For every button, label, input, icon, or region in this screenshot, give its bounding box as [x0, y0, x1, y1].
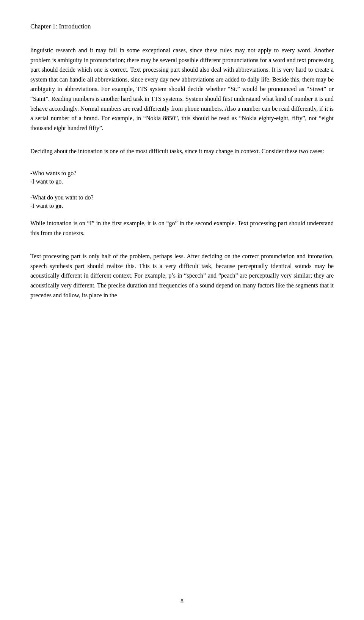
list-item-1a-text: -Who wants to go?	[30, 170, 76, 176]
paragraph-3: While intonation is on “I” in the first …	[30, 218, 334, 238]
list-item-1b: -I want to go.	[30, 178, 334, 185]
spacer-1	[30, 139, 334, 146]
list-item-2b-text: -I want to go.	[30, 202, 63, 209]
list-item-2a-text: -What do you want to do?	[30, 194, 94, 201]
paragraph-1-text: linguistic research and it may fail in s…	[30, 46, 334, 133]
spacer-5	[30, 244, 334, 251]
paragraph-4-text: Text processing part is only half of the…	[30, 251, 334, 300]
page: Chapter 1: Introduction linguistic resea…	[0, 0, 364, 620]
list-item-2b: -I want to go.	[30, 202, 334, 209]
chapter-title: Chapter 1: Introduction	[30, 23, 334, 30]
spacer-2	[30, 162, 334, 170]
paragraph-2: Deciding about the intonation is one of …	[30, 146, 334, 156]
list-item-1a: -Who wants to go?	[30, 170, 334, 177]
page-number: 8	[180, 598, 184, 605]
paragraph-1: linguistic research and it may fail in s…	[30, 46, 334, 133]
paragraph-3-text: While intonation is on “I” in the first …	[30, 218, 334, 238]
spacer-3	[30, 187, 334, 194]
paragraph-4: Text processing part is only half of the…	[30, 251, 334, 300]
paragraph-2-text: Deciding about the intonation is one of …	[30, 146, 334, 156]
spacer-4	[30, 211, 334, 218]
list-item-2a: -What do you want to do?	[30, 194, 334, 201]
list-item-1b-text: -I want to go.	[30, 178, 63, 185]
